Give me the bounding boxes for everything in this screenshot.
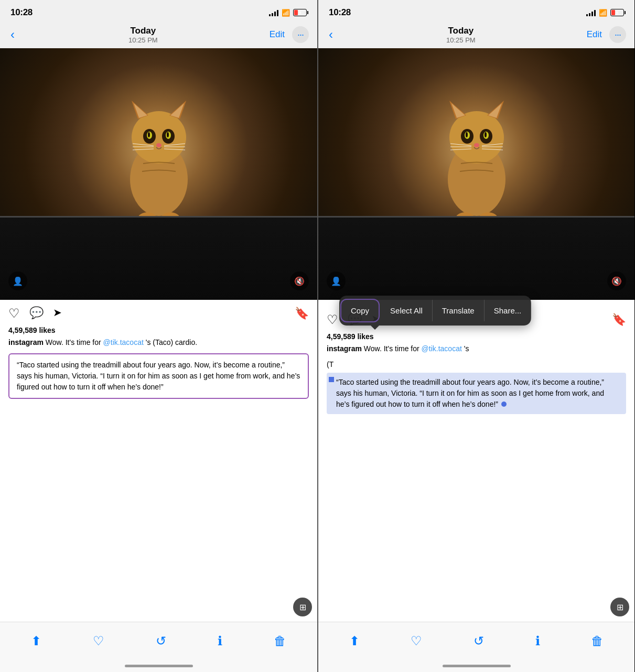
quoted-text-content-right: “Taco started using the treadmill about … bbox=[336, 378, 604, 408]
toolbar-share-icon-left: ⬆ bbox=[31, 634, 41, 648]
user-icon-right: 👤 bbox=[331, 276, 341, 286]
toolbar-delete-right[interactable]: 🗑 bbox=[585, 630, 610, 653]
toolbar-like-right[interactable]: ♡ bbox=[404, 630, 428, 653]
svg-point-38 bbox=[485, 132, 487, 137]
svg-point-12 bbox=[156, 143, 162, 147]
edit-button-left[interactable]: Edit bbox=[270, 29, 285, 40]
svg-point-28 bbox=[449, 111, 504, 164]
more-button-left[interactable]: ··· bbox=[292, 26, 309, 43]
nav-subtitle-right: 10:25 PM bbox=[446, 36, 476, 44]
quoted-text-left[interactable]: “Taco started using the treadmill about … bbox=[8, 353, 309, 399]
context-menu-triangle bbox=[371, 326, 379, 330]
home-indicator-right bbox=[318, 659, 634, 672]
comment-button-left[interactable]: 💬 bbox=[29, 306, 44, 321]
mute-button-left[interactable]: 🔇 bbox=[290, 272, 309, 290]
edit-button-right[interactable]: Edit bbox=[587, 29, 602, 40]
selection-handle-right bbox=[501, 402, 507, 407]
svg-point-39 bbox=[474, 143, 479, 147]
quoted-text-content-left: “Taco started using the treadmill about … bbox=[17, 361, 300, 391]
toolbar-repost-icon-right: ↺ bbox=[473, 634, 484, 648]
signal-bar-r4 bbox=[594, 10, 596, 16]
status-icons-left: 📶 5 bbox=[269, 9, 307, 17]
scan-icon-right: ⊞ bbox=[617, 602, 623, 612]
context-menu-translate[interactable]: Translate bbox=[433, 300, 485, 321]
left-phone-panel: 10:28 📶 5 ‹ Today 10:25 PM Edit ··· bbox=[0, 0, 317, 672]
post-caption-end-left: 's (Taco) cardio. bbox=[146, 338, 197, 346]
like-button-left[interactable]: ♡ bbox=[8, 306, 20, 321]
context-menu: Copy Select All Translate Share... bbox=[339, 296, 531, 326]
signal-icon-left bbox=[269, 9, 278, 16]
bottom-toolbar-right: ⬆ ♡ ↺ ℹ 🗑 bbox=[318, 622, 634, 659]
scan-button-right[interactable]: ⊞ bbox=[610, 598, 629, 616]
selection-handle-left bbox=[329, 377, 334, 382]
nav-title-group-right: Today 10:25 PM bbox=[446, 26, 476, 44]
scan-button-left[interactable]: ⊞ bbox=[293, 598, 312, 616]
home-indicator-left bbox=[0, 659, 317, 672]
user-avatar-button-right[interactable]: 👤 bbox=[327, 272, 346, 290]
status-time-left: 10:28 bbox=[10, 7, 33, 18]
save-button-left[interactable]: 🔖 bbox=[295, 307, 309, 320]
back-button-right[interactable]: ‹ bbox=[327, 25, 335, 44]
status-icons-right: 📶 5 bbox=[586, 9, 624, 17]
nav-bar-right: ‹ Today 10:25 PM Edit ··· bbox=[318, 23, 634, 48]
more-dots-icon-left: ··· bbox=[297, 30, 304, 39]
mute-button-right[interactable]: 🔇 bbox=[607, 272, 626, 290]
battery-icon-right: 5 bbox=[610, 9, 624, 16]
context-menu-share[interactable]: Share... bbox=[485, 300, 532, 321]
signal-bar-4 bbox=[277, 10, 278, 16]
share-button-left[interactable]: ➤ bbox=[53, 306, 62, 321]
nav-right-right: Edit ··· bbox=[587, 26, 626, 43]
post-content-left: ♡ 💬 ➤ 🔖 4,59,589 likes instagram Wow. It… bbox=[0, 300, 317, 622]
treadmill-stripe-right bbox=[318, 216, 634, 218]
wifi-icon-left: 📶 bbox=[282, 9, 290, 17]
user-icon-left: 👤 bbox=[13, 276, 23, 286]
toolbar-share-left[interactable]: ⬆ bbox=[25, 630, 48, 653]
signal-bar-r2 bbox=[589, 13, 590, 16]
post-caption-left: instagram Wow. It's time for @tik.tacoca… bbox=[8, 338, 309, 348]
status-bar-left: 10:28 📶 5 bbox=[0, 0, 317, 23]
toolbar-share-right[interactable]: ⬆ bbox=[343, 630, 366, 653]
mute-icon-right: 🔇 bbox=[611, 276, 622, 286]
toolbar-repost-icon-left: ↺ bbox=[156, 634, 166, 648]
post-caption-text-left: Wow. It's time for bbox=[46, 338, 103, 346]
toolbar-info-right[interactable]: ℹ bbox=[529, 630, 546, 653]
save-button-right[interactable]: 🔖 bbox=[612, 313, 626, 327]
back-button-left[interactable]: ‹ bbox=[8, 25, 17, 44]
toolbar-repost-right[interactable]: ↺ bbox=[467, 630, 490, 653]
battery-icon-left: 5 bbox=[293, 9, 307, 16]
like-button-right[interactable]: ♡ bbox=[327, 312, 338, 327]
svg-point-1 bbox=[132, 111, 186, 164]
post-caption-right: instagram Wow. It's time for @tik.tacoca… bbox=[327, 344, 626, 354]
post-mention-left: @tik.tacocat bbox=[103, 338, 144, 346]
context-menu-select-all[interactable]: Select All bbox=[381, 300, 433, 321]
home-bar-right bbox=[443, 665, 511, 667]
post-actions-left: ♡ 💬 ➤ 🔖 bbox=[8, 306, 309, 321]
post-caption-partial-right: (T bbox=[327, 360, 333, 368]
wifi-icon-right: 📶 bbox=[599, 9, 607, 17]
nav-title-right: Today bbox=[446, 26, 476, 36]
video-area-left[interactable]: 👤 🔇 bbox=[0, 48, 317, 300]
toolbar-heart-icon-left: ♡ bbox=[93, 634, 104, 648]
toolbar-delete-left[interactable]: 🗑 bbox=[267, 630, 293, 653]
video-controls-left: 👤 🔇 bbox=[0, 272, 317, 290]
bottom-toolbar-left: ⬆ ♡ ↺ ℹ 🗑 bbox=[0, 622, 317, 659]
toolbar-share-icon-right: ⬆ bbox=[349, 634, 360, 648]
toolbar-repost-left[interactable]: ↺ bbox=[149, 630, 173, 653]
signal-bar-2 bbox=[272, 13, 273, 16]
svg-point-37 bbox=[466, 132, 468, 137]
user-avatar-button-left[interactable]: 👤 bbox=[8, 272, 27, 290]
context-menu-copy[interactable]: Copy bbox=[340, 299, 380, 322]
toolbar-trash-icon-left: 🗑 bbox=[274, 634, 286, 648]
svg-point-11 bbox=[167, 132, 169, 137]
likes-count-left: 4,59,589 likes bbox=[8, 326, 309, 334]
svg-point-10 bbox=[148, 132, 150, 137]
more-button-right[interactable]: ··· bbox=[609, 26, 626, 43]
toolbar-info-left[interactable]: ℹ bbox=[211, 630, 229, 653]
post-content-right: Copy Select All Translate Share... ♡ 💬 ➤… bbox=[318, 300, 634, 622]
scan-icon-left: ⊞ bbox=[299, 602, 306, 612]
quoted-text-selected-right[interactable]: “Taco started using the treadmill about … bbox=[327, 373, 626, 414]
toolbar-like-left[interactable]: ♡ bbox=[87, 630, 111, 653]
post-username-left: instagram bbox=[8, 338, 44, 346]
toolbar-trash-icon-right: 🗑 bbox=[591, 634, 604, 648]
video-area-right[interactable]: 👤 🔇 bbox=[318, 48, 634, 300]
